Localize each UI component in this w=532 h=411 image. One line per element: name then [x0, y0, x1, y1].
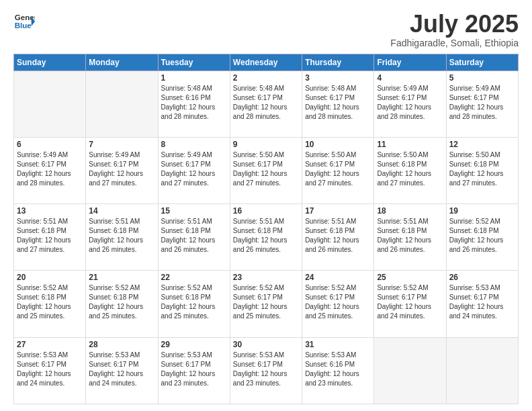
day-info: Sunrise: 5:51 AM Sunset: 6:18 PM Dayligh… — [161, 217, 227, 255]
calendar-week-row: 1Sunrise: 5:48 AM Sunset: 6:16 PM Daylig… — [14, 71, 519, 137]
table-row: 26Sunrise: 5:53 AM Sunset: 6:17 PM Dayli… — [446, 271, 518, 337]
table-row: 12Sunrise: 5:50 AM Sunset: 6:18 PM Dayli… — [446, 137, 518, 203]
calendar-week-row: 20Sunrise: 5:52 AM Sunset: 6:18 PM Dayli… — [14, 271, 519, 337]
day-number: 17 — [305, 206, 371, 216]
day-number: 22 — [161, 273, 227, 282]
day-info: Sunrise: 5:53 AM Sunset: 6:16 PM Dayligh… — [305, 351, 371, 388]
day-info: Sunrise: 5:51 AM Sunset: 6:18 PM Dayligh… — [305, 217, 371, 255]
day-info: Sunrise: 5:49 AM Sunset: 6:17 PM Dayligh… — [377, 84, 443, 122]
day-number: 25 — [377, 273, 443, 282]
header-row: Sunday Monday Tuesday Wednesday Thursday… — [14, 54, 519, 71]
table-row: 28Sunrise: 5:53 AM Sunset: 6:17 PM Dayli… — [86, 337, 158, 404]
table-row: 8Sunrise: 5:49 AM Sunset: 6:17 PM Daylig… — [158, 137, 230, 203]
day-number: 12 — [449, 140, 515, 149]
day-info: Sunrise: 5:52 AM Sunset: 6:17 PM Dayligh… — [305, 283, 371, 321]
page: General Blue July 2025 Fadhigaradle, Som… — [0, 0, 532, 411]
calendar-table: Sunday Monday Tuesday Wednesday Thursday… — [13, 54, 519, 404]
day-info: Sunrise: 5:52 AM Sunset: 6:17 PM Dayligh… — [377, 283, 443, 321]
table-row — [446, 337, 518, 404]
day-number: 1 — [161, 73, 227, 83]
day-number: 5 — [449, 73, 515, 83]
day-info: Sunrise: 5:53 AM Sunset: 6:17 PM Dayligh… — [89, 351, 154, 388]
table-row: 21Sunrise: 5:52 AM Sunset: 6:18 PM Dayli… — [86, 271, 158, 337]
table-row: 6Sunrise: 5:49 AM Sunset: 6:17 PM Daylig… — [14, 137, 86, 203]
day-number: 23 — [233, 273, 299, 282]
table-row: 30Sunrise: 5:53 AM Sunset: 6:17 PM Dayli… — [230, 337, 302, 404]
day-info: Sunrise: 5:52 AM Sunset: 6:18 PM Dayligh… — [449, 217, 515, 255]
logo: General Blue — [13, 11, 35, 32]
calendar-week-row: 6Sunrise: 5:49 AM Sunset: 6:17 PM Daylig… — [14, 137, 519, 203]
table-row: 13Sunrise: 5:51 AM Sunset: 6:18 PM Dayli… — [14, 204, 86, 271]
day-number: 10 — [305, 140, 371, 149]
day-info: Sunrise: 5:51 AM Sunset: 6:18 PM Dayligh… — [89, 217, 154, 255]
day-info: Sunrise: 5:50 AM Sunset: 6:17 PM Dayligh… — [233, 150, 299, 188]
table-row: 18Sunrise: 5:51 AM Sunset: 6:18 PM Dayli… — [374, 204, 446, 271]
day-number: 3 — [305, 73, 371, 83]
table-row: 2Sunrise: 5:48 AM Sunset: 6:17 PM Daylig… — [230, 71, 302, 137]
table-row: 29Sunrise: 5:53 AM Sunset: 6:17 PM Dayli… — [158, 337, 230, 404]
day-number: 4 — [377, 73, 443, 83]
table-row: 20Sunrise: 5:52 AM Sunset: 6:18 PM Dayli… — [14, 271, 86, 337]
table-row: 22Sunrise: 5:52 AM Sunset: 6:18 PM Dayli… — [158, 271, 230, 337]
table-row: 17Sunrise: 5:51 AM Sunset: 6:18 PM Dayli… — [302, 204, 374, 271]
table-row: 23Sunrise: 5:52 AM Sunset: 6:17 PM Dayli… — [230, 271, 302, 337]
day-info: Sunrise: 5:49 AM Sunset: 6:17 PM Dayligh… — [449, 84, 515, 122]
day-number: 6 — [17, 140, 83, 149]
day-info: Sunrise: 5:48 AM Sunset: 6:17 PM Dayligh… — [233, 84, 299, 122]
day-info: Sunrise: 5:51 AM Sunset: 6:18 PM Dayligh… — [17, 217, 83, 255]
day-info: Sunrise: 5:50 AM Sunset: 6:18 PM Dayligh… — [377, 150, 443, 188]
table-row: 9Sunrise: 5:50 AM Sunset: 6:17 PM Daylig… — [230, 137, 302, 203]
col-wednesday: Wednesday — [230, 54, 302, 71]
day-info: Sunrise: 5:53 AM Sunset: 6:17 PM Dayligh… — [233, 351, 299, 388]
day-number: 21 — [89, 273, 154, 282]
day-number: 31 — [305, 340, 371, 349]
col-monday: Monday — [86, 54, 158, 71]
day-info: Sunrise: 5:53 AM Sunset: 6:17 PM Dayligh… — [449, 283, 515, 321]
header: General Blue July 2025 Fadhigaradle, Som… — [13, 11, 519, 48]
day-info: Sunrise: 5:53 AM Sunset: 6:17 PM Dayligh… — [17, 351, 83, 388]
day-number: 29 — [161, 340, 227, 349]
table-row: 3Sunrise: 5:48 AM Sunset: 6:17 PM Daylig… — [302, 71, 374, 137]
day-number: 20 — [17, 273, 83, 282]
day-info: Sunrise: 5:51 AM Sunset: 6:18 PM Dayligh… — [377, 217, 443, 255]
table-row — [374, 337, 446, 404]
col-tuesday: Tuesday — [158, 54, 230, 71]
col-friday: Friday — [374, 54, 446, 71]
day-number: 18 — [377, 206, 443, 216]
day-info: Sunrise: 5:49 AM Sunset: 6:17 PM Dayligh… — [89, 150, 154, 188]
table-row: 16Sunrise: 5:51 AM Sunset: 6:18 PM Dayli… — [230, 204, 302, 271]
day-number: 7 — [89, 140, 154, 149]
table-row: 10Sunrise: 5:50 AM Sunset: 6:17 PM Dayli… — [302, 137, 374, 203]
day-number: 24 — [305, 273, 371, 282]
day-number: 8 — [161, 140, 227, 149]
table-row: 24Sunrise: 5:52 AM Sunset: 6:17 PM Dayli… — [302, 271, 374, 337]
table-row: 27Sunrise: 5:53 AM Sunset: 6:17 PM Dayli… — [14, 337, 86, 404]
day-number: 11 — [377, 140, 443, 149]
day-info: Sunrise: 5:49 AM Sunset: 6:17 PM Dayligh… — [17, 150, 83, 188]
col-thursday: Thursday — [302, 54, 374, 71]
day-number: 27 — [17, 340, 83, 349]
day-number: 13 — [17, 206, 83, 216]
day-info: Sunrise: 5:52 AM Sunset: 6:18 PM Dayligh… — [89, 283, 154, 321]
calendar-week-row: 27Sunrise: 5:53 AM Sunset: 6:17 PM Dayli… — [14, 337, 519, 404]
day-number: 26 — [449, 273, 515, 282]
table-row: 11Sunrise: 5:50 AM Sunset: 6:18 PM Dayli… — [374, 137, 446, 203]
day-number: 2 — [233, 73, 299, 83]
table-row: 5Sunrise: 5:49 AM Sunset: 6:17 PM Daylig… — [446, 71, 518, 137]
day-number: 30 — [233, 340, 299, 349]
month-title: July 2025 — [390, 11, 519, 38]
day-info: Sunrise: 5:52 AM Sunset: 6:17 PM Dayligh… — [233, 283, 299, 321]
day-info: Sunrise: 5:53 AM Sunset: 6:17 PM Dayligh… — [161, 351, 227, 388]
svg-text:Blue: Blue — [15, 21, 32, 30]
calendar-week-row: 13Sunrise: 5:51 AM Sunset: 6:18 PM Dayli… — [14, 204, 519, 271]
day-info: Sunrise: 5:52 AM Sunset: 6:18 PM Dayligh… — [161, 283, 227, 321]
col-sunday: Sunday — [14, 54, 86, 71]
col-saturday: Saturday — [446, 54, 518, 71]
table-row: 15Sunrise: 5:51 AM Sunset: 6:18 PM Dayli… — [158, 204, 230, 271]
table-row: 7Sunrise: 5:49 AM Sunset: 6:17 PM Daylig… — [86, 137, 158, 203]
table-row: 25Sunrise: 5:52 AM Sunset: 6:17 PM Dayli… — [374, 271, 446, 337]
day-info: Sunrise: 5:48 AM Sunset: 6:16 PM Dayligh… — [161, 84, 227, 122]
day-number: 16 — [233, 206, 299, 216]
day-info: Sunrise: 5:50 AM Sunset: 6:18 PM Dayligh… — [449, 150, 515, 188]
table-row: 31Sunrise: 5:53 AM Sunset: 6:16 PM Dayli… — [302, 337, 374, 404]
